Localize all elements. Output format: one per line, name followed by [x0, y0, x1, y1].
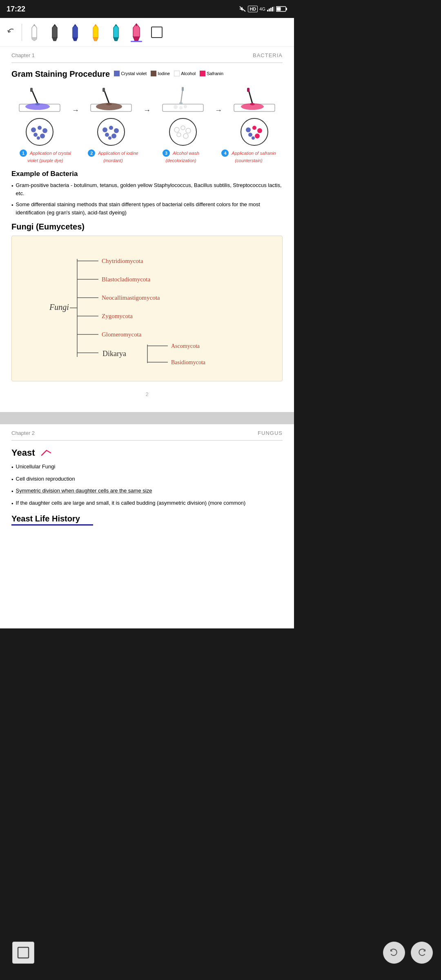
- svg-point-72: [250, 103, 255, 105]
- svg-text:Glomeromycota: Glomeromycota: [102, 331, 142, 338]
- sparkle-decoration: [38, 447, 53, 459]
- svg-marker-9: [32, 24, 37, 39]
- svg-rect-30: [174, 71, 180, 76]
- arrow-1: →: [72, 106, 79, 115]
- svg-point-35: [35, 103, 40, 105]
- svg-point-37: [26, 118, 53, 145]
- svg-line-102: [47, 450, 51, 453]
- iodine-swatch: [151, 71, 156, 76]
- bacteria-examples: Example of Bacteria • Gram-positive bact…: [11, 170, 283, 216]
- rect-tool-icon: [151, 27, 163, 38]
- svg-point-39: [38, 126, 42, 130]
- fungi-title: Fungi (Eumycetes): [11, 222, 283, 232]
- yeast-section: Yeast • Unicellular Fungi • Cell divisio…: [11, 447, 283, 508]
- svg-rect-5: [274, 7, 274, 11]
- tool-eraser[interactable]: [27, 22, 42, 42]
- slide-1-svg: [15, 87, 64, 118]
- svg-point-38: [31, 127, 36, 132]
- gram-step-1-top: [15, 87, 64, 146]
- legend-alcohol: Alcohol: [174, 71, 196, 76]
- eraser-pen-icon: [29, 23, 40, 42]
- mute-icon: [239, 6, 246, 12]
- gram-title: Gram Staining Procedure: [11, 69, 110, 79]
- svg-marker-22: [114, 38, 118, 41]
- svg-rect-2: [269, 9, 270, 11]
- tool-pen-yellow[interactable]: [88, 22, 103, 42]
- arrow-2: →: [143, 106, 151, 115]
- micro-4-svg: [240, 118, 269, 146]
- gram-step-3-top: [158, 87, 207, 146]
- battery-icon: [276, 6, 287, 12]
- svg-point-77: [257, 128, 262, 133]
- pink-pen-icon: [129, 22, 144, 42]
- svg-point-47: [106, 103, 112, 105]
- svg-point-51: [109, 126, 113, 130]
- svg-rect-31: [200, 71, 205, 76]
- svg-point-57: [174, 105, 178, 109]
- svg-point-59: [184, 105, 187, 108]
- svg-rect-36: [30, 88, 33, 92]
- hd-badge: HD: [248, 6, 258, 12]
- svg-marker-18: [93, 24, 98, 39]
- bacteria-bullet-2: • Some differential staining methods tha…: [11, 200, 283, 216]
- tool-pen-teal[interactable]: [109, 22, 123, 42]
- svg-point-41: [33, 133, 38, 137]
- crystal-violet-swatch: [114, 71, 120, 76]
- svg-point-63: [169, 118, 196, 145]
- svg-point-78: [248, 133, 252, 137]
- svg-rect-7: [286, 8, 287, 10]
- svg-point-75: [246, 127, 251, 132]
- svg-point-40: [42, 128, 47, 133]
- svg-point-50: [102, 127, 107, 132]
- svg-rect-62: [182, 87, 184, 91]
- svg-point-80: [252, 136, 255, 140]
- yeast-bullet-2: • Cell division reproduction: [11, 475, 283, 484]
- svg-point-79: [255, 134, 260, 138]
- safranin-swatch: [200, 71, 205, 76]
- svg-text:Fungi: Fungi: [49, 303, 69, 312]
- blue-pen-icon: [69, 23, 81, 42]
- legend-iodine: Iodine: [151, 71, 170, 76]
- svg-marker-25: [133, 37, 140, 41]
- svg-point-53: [105, 133, 109, 137]
- alcohol-swatch: [174, 71, 180, 76]
- svg-point-74: [241, 118, 268, 145]
- tool-pen-dark[interactable]: [47, 22, 62, 42]
- yeast-bullet-3: • Symmetric division when daughter cells…: [11, 487, 283, 496]
- gram-staining-section: Gram Staining Procedure Crystal violet I…: [11, 69, 283, 163]
- svg-rect-48: [102, 88, 105, 92]
- svg-point-52: [114, 128, 119, 133]
- svg-marker-10: [32, 38, 37, 41]
- yeast-life-history-header: Yeast Life History: [11, 514, 283, 526]
- svg-text:Dikarya: Dikarya: [102, 350, 126, 358]
- svg-marker-19: [93, 38, 98, 41]
- svg-rect-29: [151, 71, 156, 76]
- tool-pen-pink[interactable]: [129, 22, 144, 42]
- svg-point-42: [40, 134, 45, 138]
- arrow-3: →: [215, 106, 222, 115]
- svg-text:Basidiomycota: Basidiomycota: [171, 359, 206, 365]
- fungi-diagram-box: Fungi Chytridiomycota Blastocladiomycota: [11, 236, 283, 381]
- chapter-2-label: Chapter 2: [11, 430, 35, 436]
- svg-marker-15: [73, 24, 78, 39]
- gram-step-4-top: [230, 87, 279, 146]
- svg-marker-16: [73, 38, 78, 41]
- svg-text:Zygomycota: Zygomycota: [102, 313, 133, 319]
- tool-rect[interactable]: [149, 22, 164, 42]
- status-icons: HD 4G: [239, 6, 287, 12]
- page-1-num: 2: [11, 387, 283, 400]
- gram-slides-row: → →: [11, 87, 283, 146]
- signal-icon: [267, 7, 274, 11]
- svg-line-101: [42, 450, 47, 455]
- network-icon: 4G: [259, 7, 265, 11]
- tool-pen-blue[interactable]: [68, 22, 82, 42]
- step-label-1: 1 Application of crystal violet (purple …: [15, 149, 76, 163]
- toolbar-tools: [27, 22, 164, 42]
- svg-text:Chytridiomycota: Chytridiomycota: [102, 258, 143, 264]
- teal-pen-icon: [110, 23, 122, 42]
- step-labels-row: 1 Application of crystal violet (purple …: [11, 149, 283, 163]
- yeast-life-history-title: Yeast Life History: [11, 514, 283, 526]
- gram-step-2-top: [87, 87, 136, 146]
- undo-button[interactable]: [5, 24, 22, 41]
- svg-text:Ascomycota: Ascomycota: [171, 343, 200, 349]
